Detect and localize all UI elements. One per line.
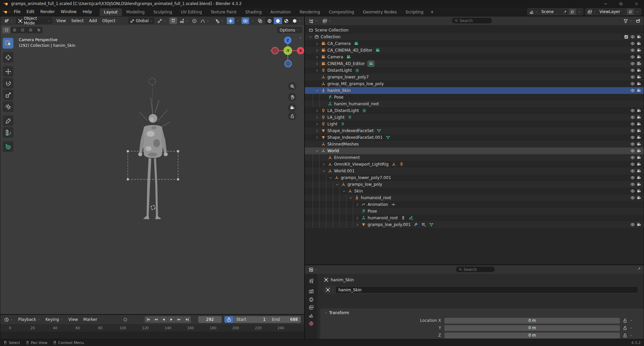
collapse-icon[interactable] — [334, 182, 340, 187]
jump-to-start-button[interactable] — [145, 316, 152, 323]
expand-icon[interactable] — [314, 41, 320, 46]
outliner-row-skinnedmeshes[interactable]: SkinnedMeshes — [305, 141, 644, 148]
hide-render-toggle-icon[interactable] — [637, 155, 641, 160]
axis-x-button[interactable]: X — [297, 47, 304, 54]
play-reverse-button[interactable] — [160, 316, 168, 323]
timeline-editor-type-button[interactable] — [2, 316, 15, 323]
hide-render-toggle-icon[interactable] — [637, 35, 641, 39]
workspace-tab-shading[interactable]: Shading — [241, 8, 266, 16]
lock-icon[interactable] — [623, 333, 628, 338]
workspace-tab-compositing[interactable]: Compositing — [324, 8, 358, 16]
animate-property-icon[interactable] — [630, 319, 633, 322]
workspace-tab-modeling[interactable]: Modeling — [122, 8, 149, 16]
hide-render-toggle-icon[interactable] — [637, 115, 641, 120]
object-name-field[interactable] — [335, 286, 638, 293]
menu-edit[interactable]: Edit — [23, 8, 37, 15]
properties-tab-scene[interactable] — [306, 312, 316, 319]
select-set-button[interactable] — [2, 27, 10, 33]
transform-value-field[interactable]: 0 m — [444, 325, 620, 331]
properties-editor-type-button[interactable] — [307, 266, 319, 273]
next-keyframe-button[interactable] — [175, 316, 183, 323]
hide-viewport-toggle-icon[interactable] — [630, 68, 635, 73]
collapse-icon[interactable] — [321, 168, 327, 174]
collapse-icon[interactable] — [341, 188, 347, 194]
properties-tab-output[interactable] — [306, 296, 316, 303]
hide-render-toggle-icon[interactable] — [637, 68, 641, 73]
visibility-dropdown[interactable] — [213, 17, 225, 24]
outliner-row-animation[interactable]: Animation — [305, 201, 644, 208]
tool-transform-button[interactable] — [3, 101, 13, 112]
hide-render-toggle-icon[interactable] — [637, 108, 641, 113]
expand-icon[interactable] — [314, 115, 320, 120]
expand-icon[interactable] — [314, 68, 320, 73]
hide-viewport-toggle-icon[interactable] — [630, 88, 635, 93]
outliner-row-humanoid-root[interactable]: humanoid_root65 — [305, 215, 644, 221]
outliner-row-world[interactable]: World — [305, 148, 644, 154]
hide-viewport-toggle-icon[interactable] — [630, 195, 635, 200]
outliner-row-environment[interactable]: Environment — [305, 154, 644, 161]
timeline-track[interactable] — [0, 332, 304, 339]
hide-viewport-toggle-icon[interactable] — [630, 108, 635, 113]
outliner-row-gramps-lower-poly7-001[interactable]: gramps_lower_poly7.001 — [305, 174, 644, 181]
outliner-row-light[interactable]: Light — [305, 121, 644, 127]
outliner-row-gramps-low-poly-001[interactable]: gramps_low_poly.001 — [305, 221, 644, 228]
prev-keyframe-button[interactable] — [152, 316, 160, 323]
collapse-icon[interactable] — [314, 88, 320, 93]
workspace-tab-animation[interactable]: Animation — [266, 8, 295, 16]
hide-viewport-toggle-icon[interactable] — [630, 189, 635, 193]
select-subtract-button[interactable] — [18, 27, 26, 33]
hide-render-toggle-icon[interactable] — [637, 75, 641, 79]
tool-move-button[interactable] — [3, 66, 13, 77]
hide-render-toggle-icon[interactable] — [637, 189, 641, 193]
axis-x-neg-button[interactable] — [271, 47, 279, 54]
axis-z-neg-button[interactable] — [284, 60, 292, 67]
viewlayer-remove-button[interactable] — [634, 9, 641, 15]
outliner-row-group-me-gramps-low-poly[interactable]: group_ME_gramps_low_poly — [305, 80, 644, 87]
proportional-edit-toggle[interactable] — [191, 17, 198, 24]
expand-icon[interactable] — [355, 222, 360, 227]
expand-icon[interactable] — [355, 202, 360, 207]
properties-search-input[interactable] — [464, 267, 494, 272]
properties-tab-render[interactable] — [306, 288, 316, 295]
viewport-menu-object[interactable]: Object — [100, 17, 118, 24]
viewlayer-browse-button[interactable] — [586, 9, 598, 15]
hide-render-toggle-icon[interactable] — [637, 128, 641, 133]
add-workspace-button[interactable]: + — [428, 8, 436, 16]
menu-help[interactable]: Help — [79, 8, 95, 15]
properties-tab-tool[interactable] — [306, 277, 316, 285]
hide-render-toggle-icon[interactable] — [637, 88, 641, 93]
viewport-menu-add[interactable]: Add — [87, 17, 100, 24]
outliner-row-gramps-low-poly[interactable]: gramps_low_poly — [305, 181, 644, 188]
expand-icon[interactable] — [314, 54, 320, 60]
jump-to-end-button[interactable] — [183, 316, 191, 323]
pin-icon[interactable] — [563, 10, 567, 14]
select-extend-button[interactable] — [10, 27, 18, 33]
hide-render-toggle-icon[interactable] — [637, 175, 641, 180]
animate-property-icon[interactable] — [630, 334, 633, 337]
hide-viewport-toggle-icon[interactable] — [630, 75, 635, 79]
outliner-row-shape-indexedfaceset[interactable]: Shape_IndexedFaceSet — [305, 127, 644, 134]
transform-orientation-dropdown[interactable]: Global — [128, 17, 154, 24]
use-preview-range-button[interactable] — [224, 316, 233, 323]
tool-cursor-button[interactable] — [3, 52, 13, 63]
tool-rotate-button[interactable] — [3, 78, 13, 89]
viewlayer-new-button[interactable] — [627, 9, 634, 15]
blender-menu-icon[interactable] — [3, 9, 8, 14]
hide-render-toggle-icon[interactable] — [637, 48, 641, 53]
hide-viewport-toggle-icon[interactable] — [630, 61, 635, 66]
hide-viewport-toggle-icon[interactable] — [630, 41, 635, 46]
hide-viewport-toggle-icon[interactable] — [630, 48, 635, 53]
scene-name[interactable]: Scene — [541, 9, 554, 14]
mode-dropdown[interactable]: Object Mode — [16, 17, 52, 24]
hide-render-toggle-icon[interactable] — [637, 182, 641, 187]
outliner-row-la-distantlight[interactable]: LA_DistantLight — [305, 107, 644, 114]
end-frame-field[interactable]: End688 — [269, 316, 301, 323]
transform-value-field[interactable]: 0 m — [444, 318, 620, 324]
tool-scale-button[interactable] — [3, 90, 13, 100]
outliner-row-ca-camera[interactable]: CA_Camera — [305, 40, 644, 47]
select-intersect-button[interactable] — [35, 27, 43, 33]
outliner-row-shape-indexedfaceset-001[interactable]: Shape_IndexedFaceSet.001 — [305, 134, 644, 141]
snap-settings-dropdown[interactable] — [178, 17, 190, 24]
shading-solid-button[interactable] — [274, 17, 282, 24]
lock-view-button[interactable] — [288, 112, 297, 120]
